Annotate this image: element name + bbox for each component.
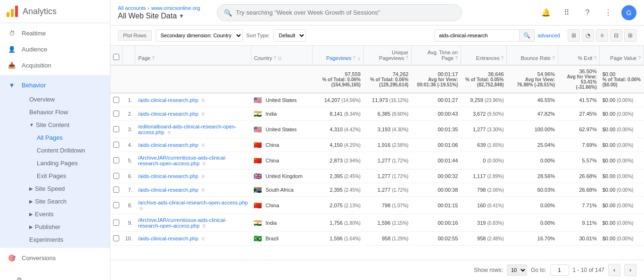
row-checkbox[interactable] bbox=[110, 152, 123, 170]
th-entrances[interactable]: Entrances ? bbox=[461, 46, 506, 65]
sidebar-item-site-content[interactable]: ▼ Site Content bbox=[22, 119, 110, 131]
th-pct-exit[interactable]: % Exit ? bbox=[558, 46, 600, 65]
sidebar-item-publisher[interactable]: ▶ Publisher bbox=[22, 221, 110, 233]
filter-search-button[interactable]: 🔍 bbox=[520, 29, 535, 42]
plot-rows-button[interactable]: Plot Rows bbox=[118, 30, 152, 41]
row-checkbox[interactable] bbox=[110, 197, 123, 214]
breadcrumb-site[interactable]: www.omicsonline.org bbox=[151, 5, 200, 11]
country-flag: 🇧🇷 bbox=[254, 235, 262, 242]
th-page[interactable]: Page ? bbox=[135, 46, 251, 65]
th-country[interactable]: Country ? ⊙ bbox=[251, 46, 312, 65]
sidebar-item-exit-pages[interactable]: Exit Pages bbox=[29, 170, 110, 182]
sidebar-item-all-pages[interactable]: All Pages bbox=[29, 131, 110, 144]
row-checkbox[interactable] bbox=[110, 121, 123, 138]
total-checkbox bbox=[110, 65, 123, 93]
page-link[interactable]: /aids-clinical-research.php bbox=[138, 173, 198, 179]
page-link[interactable]: /aids-clinical-research.php bbox=[138, 97, 198, 103]
page-input[interactable] bbox=[550, 264, 569, 276]
pageviews-info-icon[interactable]: ? bbox=[353, 56, 355, 61]
avg-time-info-icon[interactable]: ? bbox=[455, 56, 458, 61]
row-checkbox[interactable] bbox=[110, 93, 123, 107]
sidebar-item-overview[interactable]: Overview bbox=[22, 93, 110, 106]
copy-icon[interactable]: ⎘ bbox=[202, 187, 205, 193]
table-row: 6. /aids-clinical-research.php ⎘ 🇬🇧 Unit… bbox=[110, 170, 644, 183]
sidebar-item-audience[interactable]: 👤 Audience bbox=[0, 41, 110, 57]
events-expand-icon: ▶ bbox=[29, 212, 33, 217]
sidebar-item-experiments[interactable]: Experiments bbox=[22, 233, 110, 246]
sidebar-item-behavior-flow[interactable]: Behavior Flow bbox=[22, 106, 110, 119]
page-link[interactable]: /ArchiveJAR/currentissue-aids-clinical-r… bbox=[138, 217, 227, 229]
rows-per-page-select[interactable]: 10 bbox=[507, 264, 527, 276]
copy-icon[interactable]: ⎘ bbox=[140, 206, 143, 211]
filter-input[interactable] bbox=[435, 29, 520, 42]
breadcrumb-all-accounts[interactable]: All accounts bbox=[118, 5, 146, 11]
entrances-info-icon[interactable]: ? bbox=[501, 56, 504, 61]
sidebar-item-site-speed[interactable]: ▶ Site Speed bbox=[22, 182, 110, 195]
advanced-link[interactable]: advanced bbox=[537, 33, 560, 38]
page-link[interactable]: /aids-clinical-research.php bbox=[138, 236, 198, 241]
secondary-dimension-select[interactable]: Secondary dimension: Country bbox=[156, 29, 243, 42]
copy-icon[interactable]: ⎘ bbox=[202, 111, 205, 117]
row-checkbox[interactable] bbox=[110, 170, 123, 183]
row-checkbox[interactable] bbox=[110, 214, 123, 232]
th-page-value[interactable]: Page Value ? bbox=[600, 46, 644, 65]
copy-icon[interactable]: ⎘ bbox=[203, 161, 206, 166]
th-bounce-rate[interactable]: Bounce Rate ? bbox=[507, 46, 558, 65]
copy-icon[interactable]: ⎘ bbox=[202, 236, 205, 241]
unique-pv-info-icon[interactable]: ? bbox=[405, 56, 408, 61]
page-link[interactable]: /editorialboard-aids-clinical-research-o… bbox=[138, 124, 236, 135]
page-info-icon[interactable]: ? bbox=[152, 56, 155, 61]
page-link[interactable]: /aids-clinical-research.php bbox=[138, 142, 198, 148]
prev-page-button[interactable]: ‹ bbox=[608, 264, 620, 276]
country-info-icon[interactable]: ? bbox=[273, 56, 276, 61]
avatar[interactable]: G bbox=[621, 5, 636, 20]
sort-type-select[interactable]: Default bbox=[273, 29, 306, 42]
apps-button[interactable]: ⠿ bbox=[559, 5, 574, 20]
custom-view-button[interactable]: ⊞ bbox=[624, 29, 636, 42]
sidebar-item-behavior[interactable]: ▼ Behavior bbox=[0, 77, 110, 93]
bounce-info-icon[interactable]: ? bbox=[552, 56, 555, 61]
next-page-button[interactable]: › bbox=[624, 264, 636, 276]
site-selector[interactable]: All Web Site Data ▼ bbox=[118, 12, 200, 20]
th-pageviews[interactable]: Pageviews ? ↓ bbox=[312, 46, 363, 65]
sidebar-item-site-search[interactable]: ▶ Site Search bbox=[22, 195, 110, 208]
sidebar-item-settings[interactable]: ⚙ bbox=[8, 272, 102, 280]
sidebar-item-landing-pages[interactable]: Landing Pages bbox=[29, 157, 110, 170]
copy-icon[interactable]: ⎘ bbox=[203, 223, 206, 229]
row-checkbox[interactable] bbox=[110, 138, 123, 152]
row-checkbox[interactable] bbox=[110, 183, 123, 197]
page-link[interactable]: /archive-aids-clinical-research-open-acc… bbox=[138, 200, 248, 205]
pie-view-button[interactable]: ◔ bbox=[582, 29, 594, 42]
sidebar-item-conversions[interactable]: 🎯 Conversions bbox=[0, 250, 110, 266]
copy-icon[interactable]: ⎘ bbox=[168, 130, 171, 135]
site-content-subnav: All Pages Content Drilldown Landing Page… bbox=[22, 131, 110, 182]
view-icons: ⊞ ◔ ≡ ⊟ ⊞ bbox=[568, 29, 636, 42]
overview-label: Overview bbox=[29, 96, 55, 103]
page-link[interactable]: /aids-clinical-research.php bbox=[138, 187, 198, 193]
select-all-checkbox[interactable] bbox=[113, 54, 119, 60]
copy-icon[interactable]: ⎘ bbox=[202, 98, 205, 103]
sidebar-item-content-drilldown[interactable]: Content Drilldown bbox=[29, 144, 110, 157]
notifications-button[interactable]: 🔔 bbox=[538, 5, 553, 20]
page-value-info-icon[interactable]: ? bbox=[638, 56, 641, 61]
search-input[interactable] bbox=[236, 9, 455, 16]
copy-icon[interactable]: ⎘ bbox=[202, 143, 205, 148]
exit-info-icon[interactable]: ? bbox=[594, 56, 597, 61]
row-checkbox[interactable] bbox=[110, 232, 123, 246]
row-checkbox[interactable] bbox=[110, 107, 123, 121]
th-avg-time[interactable]: Avg. Time onPage ? bbox=[411, 46, 461, 65]
more-button[interactable]: ⋮ bbox=[601, 5, 616, 20]
row-page-value: $0.00 (0.00%) bbox=[600, 183, 644, 197]
help-button[interactable]: ? bbox=[580, 5, 595, 20]
copy-icon[interactable]: ⎘ bbox=[202, 174, 205, 179]
sidebar-item-realtime[interactable]: ⏱ Realtime bbox=[0, 25, 110, 41]
page-link[interactable]: /ArchiveJAR/currentissue-aids-clinical-r… bbox=[138, 155, 227, 166]
page-link[interactable]: /aids-clinical-research.php bbox=[138, 111, 198, 117]
grid-view-button[interactable]: ⊞ bbox=[568, 29, 580, 42]
sidebar-item-events[interactable]: ▶ Events bbox=[22, 208, 110, 221]
th-unique-pageviews[interactable]: UniquePageviews ? bbox=[363, 46, 411, 65]
pivot-view-button[interactable]: ⊟ bbox=[610, 29, 622, 42]
list-view-button[interactable]: ≡ bbox=[596, 29, 608, 42]
sidebar-item-acquisition[interactable]: 📥 Acquisition bbox=[0, 57, 110, 73]
search-bar[interactable]: 🔍 bbox=[217, 4, 462, 21]
